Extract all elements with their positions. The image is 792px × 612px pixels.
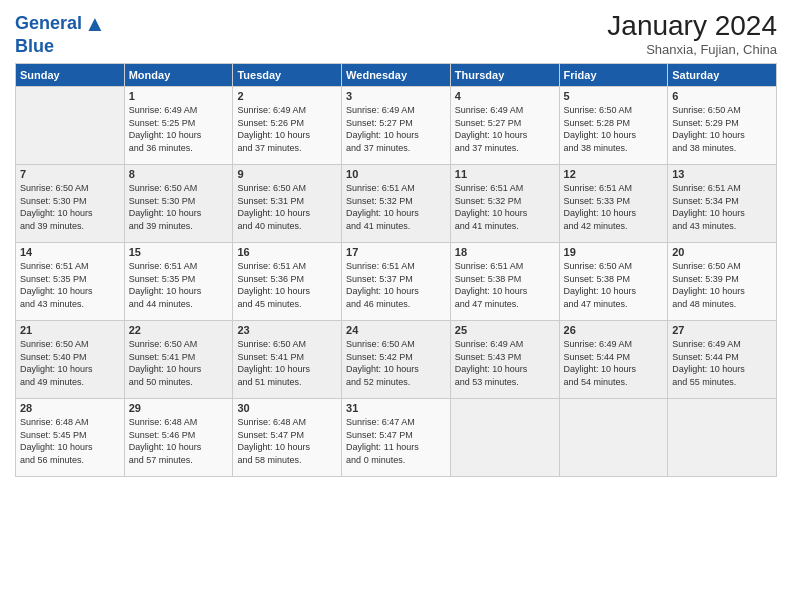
day-number: 29 <box>129 402 229 414</box>
header-row: Sunday Monday Tuesday Wednesday Thursday… <box>16 64 777 87</box>
day-number: 4 <box>455 90 555 102</box>
day-number: 10 <box>346 168 446 180</box>
calendar-cell: 11Sunrise: 6:51 AMSunset: 5:32 PMDayligh… <box>450 165 559 243</box>
calendar-cell: 24Sunrise: 6:50 AMSunset: 5:42 PMDayligh… <box>342 321 451 399</box>
day-info: Sunrise: 6:49 AMSunset: 5:26 PMDaylight:… <box>237 105 310 153</box>
calendar-cell: 10Sunrise: 6:51 AMSunset: 5:32 PMDayligh… <box>342 165 451 243</box>
calendar-cell: 15Sunrise: 6:51 AMSunset: 5:35 PMDayligh… <box>124 243 233 321</box>
day-info: Sunrise: 6:50 AMSunset: 5:28 PMDaylight:… <box>564 105 637 153</box>
day-info: Sunrise: 6:51 AMSunset: 5:37 PMDaylight:… <box>346 261 419 309</box>
day-info: Sunrise: 6:49 AMSunset: 5:43 PMDaylight:… <box>455 339 528 387</box>
col-saturday: Saturday <box>668 64 777 87</box>
day-info: Sunrise: 6:51 AMSunset: 5:35 PMDaylight:… <box>129 261 202 309</box>
calendar-cell: 28Sunrise: 6:48 AMSunset: 5:45 PMDayligh… <box>16 399 125 477</box>
day-info: Sunrise: 6:47 AMSunset: 5:47 PMDaylight:… <box>346 417 419 465</box>
day-info: Sunrise: 6:50 AMSunset: 5:41 PMDaylight:… <box>237 339 310 387</box>
day-number: 19 <box>564 246 664 258</box>
day-number: 22 <box>129 324 229 336</box>
calendar-week-5: 28Sunrise: 6:48 AMSunset: 5:45 PMDayligh… <box>16 399 777 477</box>
day-number: 2 <box>237 90 337 102</box>
day-number: 11 <box>455 168 555 180</box>
day-info: Sunrise: 6:49 AMSunset: 5:44 PMDaylight:… <box>672 339 745 387</box>
day-info: Sunrise: 6:51 AMSunset: 5:33 PMDaylight:… <box>564 183 637 231</box>
calendar-cell: 1Sunrise: 6:49 AMSunset: 5:25 PMDaylight… <box>124 87 233 165</box>
col-monday: Monday <box>124 64 233 87</box>
day-number: 5 <box>564 90 664 102</box>
calendar-cell: 26Sunrise: 6:49 AMSunset: 5:44 PMDayligh… <box>559 321 668 399</box>
logo-icon: ▲ <box>84 11 106 37</box>
calendar-week-3: 14Sunrise: 6:51 AMSunset: 5:35 PMDayligh… <box>16 243 777 321</box>
calendar-week-2: 7Sunrise: 6:50 AMSunset: 5:30 PMDaylight… <box>16 165 777 243</box>
calendar-cell: 3Sunrise: 6:49 AMSunset: 5:27 PMDaylight… <box>342 87 451 165</box>
logo: General ▲ Blue <box>15 11 106 57</box>
calendar-cell: 12Sunrise: 6:51 AMSunset: 5:33 PMDayligh… <box>559 165 668 243</box>
col-wednesday: Wednesday <box>342 64 451 87</box>
day-info: Sunrise: 6:48 AMSunset: 5:45 PMDaylight:… <box>20 417 93 465</box>
day-number: 27 <box>672 324 772 336</box>
day-info: Sunrise: 6:51 AMSunset: 5:38 PMDaylight:… <box>455 261 528 309</box>
calendar-cell: 17Sunrise: 6:51 AMSunset: 5:37 PMDayligh… <box>342 243 451 321</box>
month-title: January 2024 <box>607 10 777 42</box>
day-info: Sunrise: 6:50 AMSunset: 5:38 PMDaylight:… <box>564 261 637 309</box>
header: General ▲ Blue January 2024 Shanxia, Fuj… <box>15 10 777 57</box>
day-number: 7 <box>20 168 120 180</box>
day-number: 18 <box>455 246 555 258</box>
day-info: Sunrise: 6:49 AMSunset: 5:25 PMDaylight:… <box>129 105 202 153</box>
day-info: Sunrise: 6:50 AMSunset: 5:29 PMDaylight:… <box>672 105 745 153</box>
day-info: Sunrise: 6:51 AMSunset: 5:36 PMDaylight:… <box>237 261 310 309</box>
col-thursday: Thursday <box>450 64 559 87</box>
calendar-cell: 21Sunrise: 6:50 AMSunset: 5:40 PMDayligh… <box>16 321 125 399</box>
calendar-cell: 4Sunrise: 6:49 AMSunset: 5:27 PMDaylight… <box>450 87 559 165</box>
day-number: 12 <box>564 168 664 180</box>
day-info: Sunrise: 6:50 AMSunset: 5:30 PMDaylight:… <box>20 183 93 231</box>
day-number: 15 <box>129 246 229 258</box>
day-number: 9 <box>237 168 337 180</box>
calendar-cell: 30Sunrise: 6:48 AMSunset: 5:47 PMDayligh… <box>233 399 342 477</box>
day-info: Sunrise: 6:51 AMSunset: 5:35 PMDaylight:… <box>20 261 93 309</box>
day-info: Sunrise: 6:50 AMSunset: 5:42 PMDaylight:… <box>346 339 419 387</box>
calendar-cell <box>16 87 125 165</box>
logo-text-general: General <box>15 14 82 34</box>
calendar-cell: 22Sunrise: 6:50 AMSunset: 5:41 PMDayligh… <box>124 321 233 399</box>
day-number: 16 <box>237 246 337 258</box>
calendar-cell: 25Sunrise: 6:49 AMSunset: 5:43 PMDayligh… <box>450 321 559 399</box>
col-friday: Friday <box>559 64 668 87</box>
logo-text-blue: Blue <box>15 37 106 57</box>
day-number: 30 <box>237 402 337 414</box>
day-number: 6 <box>672 90 772 102</box>
calendar-cell: 27Sunrise: 6:49 AMSunset: 5:44 PMDayligh… <box>668 321 777 399</box>
calendar-cell: 19Sunrise: 6:50 AMSunset: 5:38 PMDayligh… <box>559 243 668 321</box>
calendar-cell <box>668 399 777 477</box>
calendar-cell <box>559 399 668 477</box>
day-info: Sunrise: 6:49 AMSunset: 5:27 PMDaylight:… <box>346 105 419 153</box>
day-info: Sunrise: 6:50 AMSunset: 5:40 PMDaylight:… <box>20 339 93 387</box>
calendar-cell <box>450 399 559 477</box>
day-number: 21 <box>20 324 120 336</box>
day-number: 17 <box>346 246 446 258</box>
day-number: 26 <box>564 324 664 336</box>
day-number: 3 <box>346 90 446 102</box>
calendar-cell: 20Sunrise: 6:50 AMSunset: 5:39 PMDayligh… <box>668 243 777 321</box>
calendar-cell: 7Sunrise: 6:50 AMSunset: 5:30 PMDaylight… <box>16 165 125 243</box>
day-number: 20 <box>672 246 772 258</box>
day-number: 13 <box>672 168 772 180</box>
day-number: 23 <box>237 324 337 336</box>
day-info: Sunrise: 6:50 AMSunset: 5:31 PMDaylight:… <box>237 183 310 231</box>
calendar-cell: 31Sunrise: 6:47 AMSunset: 5:47 PMDayligh… <box>342 399 451 477</box>
calendar-cell: 16Sunrise: 6:51 AMSunset: 5:36 PMDayligh… <box>233 243 342 321</box>
calendar-cell: 13Sunrise: 6:51 AMSunset: 5:34 PMDayligh… <box>668 165 777 243</box>
day-info: Sunrise: 6:50 AMSunset: 5:41 PMDaylight:… <box>129 339 202 387</box>
calendar-cell: 9Sunrise: 6:50 AMSunset: 5:31 PMDaylight… <box>233 165 342 243</box>
calendar-table: Sunday Monday Tuesday Wednesday Thursday… <box>15 63 777 477</box>
day-info: Sunrise: 6:50 AMSunset: 5:30 PMDaylight:… <box>129 183 202 231</box>
day-info: Sunrise: 6:48 AMSunset: 5:46 PMDaylight:… <box>129 417 202 465</box>
day-number: 8 <box>129 168 229 180</box>
day-number: 25 <box>455 324 555 336</box>
calendar-cell: 8Sunrise: 6:50 AMSunset: 5:30 PMDaylight… <box>124 165 233 243</box>
day-number: 24 <box>346 324 446 336</box>
day-info: Sunrise: 6:50 AMSunset: 5:39 PMDaylight:… <box>672 261 745 309</box>
day-number: 14 <box>20 246 120 258</box>
calendar-week-4: 21Sunrise: 6:50 AMSunset: 5:40 PMDayligh… <box>16 321 777 399</box>
title-block: January 2024 Shanxia, Fujian, China <box>607 10 777 57</box>
day-number: 31 <box>346 402 446 414</box>
